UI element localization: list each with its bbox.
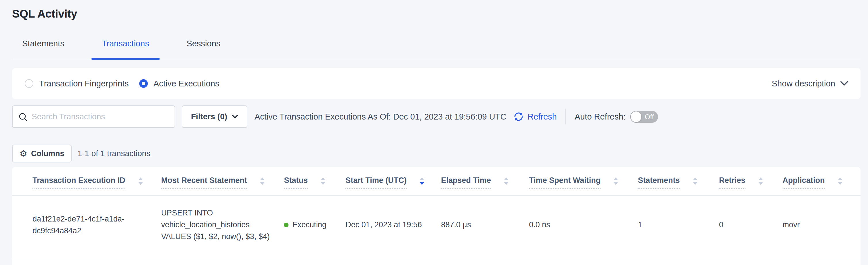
tab-bar: Statements Transactions Sessions — [12, 38, 861, 59]
toolbar: Filters (0) Active Transaction Execution… — [12, 105, 861, 128]
filters-button[interactable]: Filters (0) — [182, 105, 247, 128]
cell-retries: 0 — [719, 219, 782, 231]
transactions-table: Transaction Execution ID Most Recent Sta… — [12, 167, 861, 265]
column-header-most-recent-statement[interactable]: Most Recent Statement — [161, 176, 284, 189]
cell-most-recent-statement: UPSERT INTO vehicle_location_histories V… — [161, 207, 284, 242]
view-mode-card: Transaction Fingerprints Active Executio… — [12, 68, 861, 99]
sort-icon — [614, 178, 618, 185]
gear-icon: ⚙︎ — [20, 149, 27, 158]
tab-sessions[interactable]: Sessions — [187, 38, 221, 59]
column-header-transaction-execution-id[interactable]: Transaction Execution ID — [32, 176, 161, 189]
sort-icon — [260, 178, 265, 185]
column-header-retries[interactable]: Retries — [719, 176, 782, 189]
as-of-timestamp: Active Transaction Executions As Of: Dec… — [254, 112, 506, 122]
status-label: Executing — [292, 219, 327, 231]
radio-label: Transaction Fingerprints — [39, 79, 129, 88]
cell-status: Executing — [284, 219, 345, 231]
search-input[interactable] — [13, 106, 175, 127]
show-description-toggle[interactable]: Show description — [772, 79, 848, 88]
cell-statements: 1 — [638, 219, 719, 231]
sort-icon — [321, 178, 325, 185]
cell-time-spent-waiting: 0.0 ns — [529, 219, 638, 231]
chevron-down-icon — [840, 81, 848, 86]
sort-icon — [758, 178, 763, 185]
tab-transactions[interactable]: Transactions — [102, 38, 149, 59]
filters-label: Filters (0) — [191, 112, 227, 121]
refresh-icon — [513, 111, 524, 122]
columns-button[interactable]: ⚙︎ Columns — [12, 144, 72, 162]
page-title: SQL Activity — [12, 7, 868, 20]
toolbar-divider — [565, 109, 566, 125]
radio-label: Active Executions — [154, 79, 219, 88]
column-header-status[interactable]: Status — [284, 176, 345, 189]
columns-button-label: Columns — [31, 149, 64, 158]
cell-application: movr — [782, 219, 852, 231]
radio-transaction-fingerprints[interactable]: Transaction Fingerprints — [25, 79, 129, 88]
show-description-label: Show description — [772, 79, 835, 88]
toggle-state-label: Off — [645, 111, 654, 123]
status-dot-icon — [284, 223, 288, 227]
radio-circle-icon — [139, 79, 148, 88]
refresh-label: Refresh — [527, 112, 557, 122]
sql-activity-page: SQL Activity Statements Transactions Ses… — [0, 7, 868, 265]
search-icon — [19, 112, 28, 122]
table-controls: ⚙︎ Columns 1-1 of 1 transactions — [12, 144, 861, 162]
table-header-row: Transaction Execution ID Most Recent Sta… — [12, 167, 861, 195]
results-count: 1-1 of 1 transactions — [78, 149, 150, 158]
column-header-time-spent-waiting[interactable]: Time Spent Waiting — [529, 176, 638, 189]
sort-icon-active-desc — [420, 178, 424, 185]
sort-icon — [138, 178, 143, 185]
cell-elapsed-time: 887.0 µs — [441, 219, 529, 231]
column-header-statements[interactable]: Statements — [638, 176, 719, 189]
tab-statements[interactable]: Statements — [22, 38, 64, 59]
search-box — [12, 105, 175, 128]
sort-icon — [504, 178, 508, 185]
cell-start-time: Dec 01, 2023 at 19:56 — [345, 219, 441, 231]
sort-icon — [693, 178, 698, 185]
sort-icon — [838, 178, 842, 185]
column-header-start-time[interactable]: Start Time (UTC) — [345, 176, 441, 189]
radio-active-executions[interactable]: Active Executions — [139, 79, 219, 88]
radio-circle-icon — [25, 79, 33, 88]
column-header-elapsed-time[interactable]: Elapsed Time — [441, 176, 529, 189]
column-header-application[interactable]: Application — [782, 176, 852, 189]
refresh-button[interactable]: Refresh — [513, 111, 557, 122]
table-row[interactable]: da1f21e2-de71-4c1f-a1da-dc9fc94a84a2 UPS… — [12, 195, 861, 259]
auto-refresh-label: Auto Refresh: — [575, 112, 625, 122]
cell-transaction-execution-id[interactable]: da1f21e2-de71-4c1f-a1da-dc9fc94a84a2 — [32, 213, 161, 237]
toggle-knob-icon — [631, 111, 641, 122]
chevron-down-icon — [232, 115, 238, 119]
auto-refresh-toggle[interactable]: Off — [630, 111, 658, 123]
